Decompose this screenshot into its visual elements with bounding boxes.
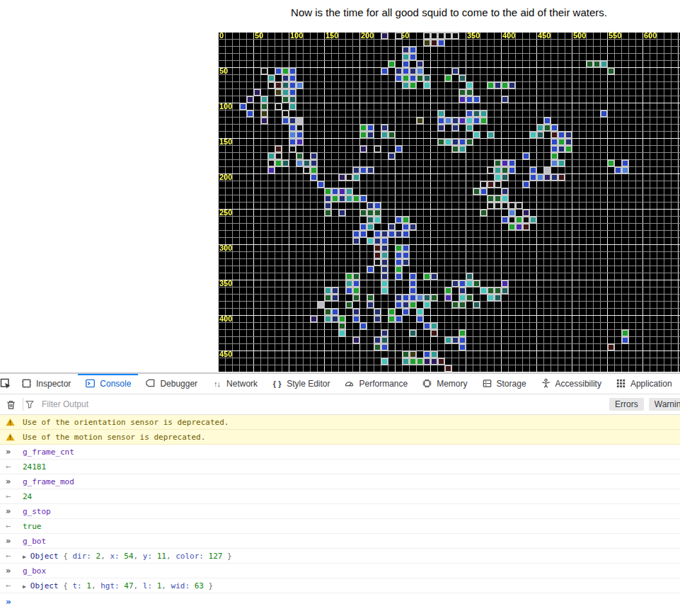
command-text: g_box: [23, 566, 46, 576]
debugger-icon: [145, 378, 156, 389]
tab-label: Inspector: [36, 379, 71, 389]
command-text: g_bot: [23, 537, 46, 546]
devtools-tabbar: InspectorConsoleDebugger↑↓Network{ }Styl…: [0, 374, 680, 394]
tab-label: Debugger: [160, 379, 197, 389]
result-arrow-icon: ←: [6, 491, 23, 501]
tab-styleeditor[interactable]: { }Style Editor: [265, 374, 337, 393]
expand-toggle-icon[interactable]: ▶: [23, 583, 26, 590]
console-output: Use of the orientation sensor is depreca…: [0, 415, 680, 593]
tab-label: Console: [100, 379, 131, 389]
filter-errors-button[interactable]: Errors: [609, 398, 644, 411]
devtools-panel: InspectorConsoleDebugger↑↓Network{ }Styl…: [0, 372, 680, 616]
tab-memory[interactable]: Memory: [415, 374, 474, 393]
object-preview: ▶Object { t: 1, hgt: 47, l: 1, wid: 63 }: [23, 581, 213, 591]
tab-inspector[interactable]: Inspector: [14, 374, 78, 393]
filter-warnings-button[interactable]: Warnings: [649, 398, 680, 411]
console-result-row: ←▶Object { t: 1, hgt: 47, l: 1, wid: 63 …: [0, 578, 680, 593]
node-picker-icon: [0, 378, 11, 389]
console-warning-row: Use of the orientation sensor is depreca…: [0, 415, 680, 430]
warning-text: Use of the orientation sensor is depreca…: [23, 418, 229, 427]
result-arrow-icon: ←: [6, 551, 23, 561]
tab-label: Storage: [497, 379, 526, 389]
tabs-container: InspectorConsoleDebugger↑↓Network{ }Styl…: [14, 374, 679, 394]
console-command-row: »g_box: [0, 564, 680, 578]
performance-icon: [344, 378, 355, 389]
console-icon: [85, 378, 96, 389]
input-chevron-icon: »: [6, 447, 23, 457]
filter-funnel-icon: [25, 399, 35, 409]
tab-debugger[interactable]: Debugger: [138, 374, 204, 393]
warning-icon: [6, 433, 23, 441]
storage-icon: [482, 378, 492, 389]
tab-accessibility[interactable]: Accessibility: [534, 374, 609, 393]
input-prompt-icon: »: [6, 596, 23, 607]
tab-network[interactable]: ↑↓Network: [204, 374, 265, 393]
clear-console-button[interactable]: [0, 399, 21, 410]
tab-label: Network: [226, 379, 258, 389]
toolbar-separator: [23, 398, 23, 411]
tab-console[interactable]: Console: [78, 374, 138, 393]
warning-icon: [6, 418, 23, 426]
memory-icon: [422, 378, 432, 389]
input-chevron-icon: »: [6, 536, 23, 546]
result-value: 24181: [23, 462, 46, 472]
command-text: g_stop: [23, 507, 51, 516]
command-text: g_frame_mod: [23, 477, 74, 486]
filter-input[interactable]: [40, 399, 609, 410]
console-command-row: »g_stop: [0, 504, 680, 519]
page-title: Now is the time for all good squid to co…: [218, 6, 680, 18]
command-text: g_frame_cnt: [23, 447, 74, 457]
trash-icon: [6, 399, 16, 410]
input-chevron-icon: »: [6, 506, 23, 516]
warning-text: Use of the motion sensor is deprecated.: [23, 433, 205, 442]
application-icon: [616, 378, 626, 389]
network-icon: ↑↓: [212, 378, 222, 389]
node-picker-button[interactable]: [0, 375, 11, 394]
tab-application[interactable]: Application: [609, 374, 679, 393]
result-arrow-icon: ←: [6, 581, 23, 591]
object-preview: ▶Object { dir: 2, x: 54, y: 11, color: 1…: [23, 552, 232, 561]
console-warning-row: Use of the motion sensor is deprecated.: [0, 430, 680, 445]
game-grid-canvas[interactable]: [218, 32, 680, 372]
console-input-row[interactable]: »: [0, 593, 680, 616]
input-chevron-icon: »: [6, 477, 23, 486]
console-toolbar: Errors Warnings: [0, 394, 680, 415]
browser-page: Now is the time for all good squid to co…: [0, 0, 680, 616]
console-result-row: ←true: [0, 519, 680, 534]
tab-label: Accessibility: [555, 379, 601, 389]
console-result-row: ←▶Object { dir: 2, x: 54, y: 11, color: …: [0, 549, 680, 564]
tab-label: Application: [630, 379, 672, 389]
styleeditor-icon: { }: [272, 378, 282, 389]
expand-toggle-icon[interactable]: ▶: [23, 554, 26, 560]
result-arrow-icon: ←: [6, 462, 23, 472]
input-chevron-icon: »: [6, 566, 23, 576]
tab-storage[interactable]: Storage: [475, 374, 534, 393]
result-value: 24: [23, 492, 32, 501]
tab-label: Performance: [359, 379, 408, 389]
result-arrow-icon: ←: [6, 521, 23, 531]
tab-label: Style Editor: [287, 379, 330, 389]
console-result-row: ←24181: [0, 460, 680, 474]
console-command-row: »g_frame_cnt: [0, 445, 680, 460]
accessibility-icon: [541, 378, 551, 389]
inspector-icon: [21, 378, 32, 389]
console-command-row: »g_bot: [0, 534, 680, 549]
result-value: true: [23, 522, 42, 531]
console-result-row: ←24: [0, 489, 680, 504]
tab-label: Memory: [437, 379, 467, 389]
tab-performance[interactable]: Performance: [337, 374, 415, 393]
console-command-row: »g_frame_mod: [0, 474, 680, 489]
